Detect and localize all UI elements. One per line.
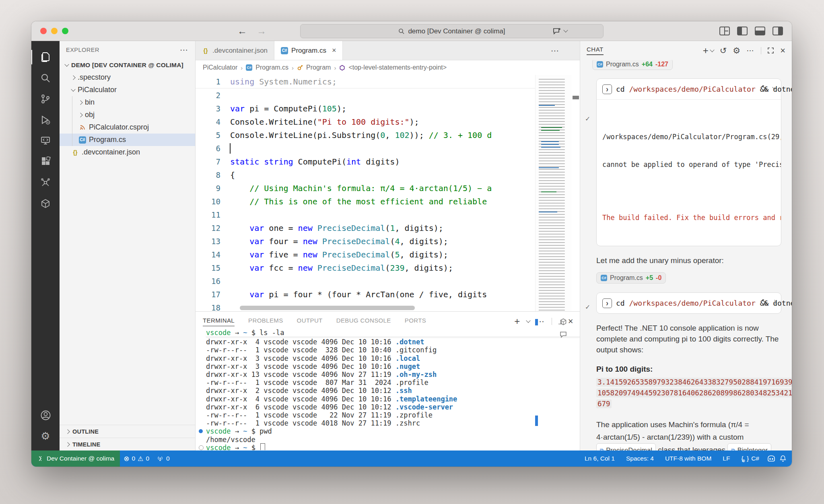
eol-status[interactable]: LF (719, 455, 733, 462)
tree-file-devcontainer[interactable]: {} .devcontainer.json (60, 146, 195, 158)
chat-tab[interactable]: CHAT (587, 46, 604, 55)
class-symbol-icon (297, 65, 303, 71)
settings-gear-icon[interactable]: ⚙ (31, 426, 60, 446)
horizontal-scrollbar[interactable] (240, 306, 415, 310)
explorer-icon[interactable] (31, 47, 60, 68)
encoding-status[interactable]: UTF-8 with BOM (661, 455, 715, 462)
symbol-chip-precisedecimal[interactable]: ⧉PreciseDecimal (596, 443, 656, 451)
terminal-scrollbar[interactable] (535, 319, 538, 426)
radio-tower-icon (157, 456, 164, 461)
code-text: // Using Machin's formula: π/4 = 4·arcta… (220, 183, 492, 193)
extensions-icon[interactable] (31, 151, 60, 172)
terminal-line: drwxr-xr-x 3 vscode vscode 4096 Dec 10 1… (206, 362, 580, 370)
chat-conversation[interactable]: C# Program.cs +64 -127 ❯ cd /workspaces/… (580, 60, 792, 451)
copilot-icon[interactable] (767, 455, 776, 462)
insert-into-terminal-icon[interactable] (761, 84, 768, 91)
problems-status[interactable]: ⊗ 0 ⚠ 0 (120, 455, 153, 463)
breadcrumb-project[interactable]: PiCalculator (203, 64, 237, 71)
warnings-icon: ⚠ (138, 455, 143, 463)
close-panel-icon[interactable]: × (568, 316, 573, 327)
diff-chip-clipped[interactable]: C# Program.cs +64 -127 (592, 60, 673, 70)
line-number: 5 (196, 131, 220, 140)
tree-folder-specstory[interactable]: .specstory (60, 71, 195, 84)
breadcrumb-symbol[interactable]: Program (306, 64, 331, 71)
csharp-file-icon: C# (597, 61, 603, 68)
breadcrumb-separator: › (241, 64, 243, 71)
folder-label: bin (85, 98, 95, 107)
drone-icon[interactable] (31, 172, 60, 193)
timeline-section[interactable]: TIMELINE (60, 438, 195, 451)
code-text: var pi = four * (four * ArcTan(one / fiv… (220, 290, 487, 299)
tree-folder-obj[interactable]: obj (60, 109, 195, 121)
file-tree: DEMO [DEV CONTAINER @ COLIMA] .specstory… (60, 59, 195, 425)
new-terminal-button[interactable]: + (514, 316, 520, 327)
close-tab-icon[interactable]: × (332, 46, 336, 55)
tree-root-folder[interactable]: DEMO [DEV CONTAINER @ COLIMA] (60, 59, 195, 71)
containers-icon[interactable] (31, 193, 60, 214)
minimap[interactable] (535, 75, 572, 311)
customize-layout-button[interactable] (719, 27, 730, 35)
editor-actions-button[interactable]: ⋯ (551, 46, 560, 56)
zoom-window-button[interactable] (62, 28, 68, 34)
editor-scrollbar[interactable] (572, 75, 580, 311)
code-line: 2 (196, 88, 535, 102)
tab-debug-console[interactable]: DEBUG CONSOLE (336, 317, 391, 324)
file-label: Program.cs (89, 136, 126, 144)
insert-into-terminal-icon[interactable] (761, 298, 768, 305)
code-editor[interactable]: 1 using System.Numerics; 2 3 var pi = Co… (196, 75, 580, 311)
expand-chat-icon[interactable] (767, 47, 774, 54)
tab-program-cs[interactable]: C# Program.cs × (274, 41, 343, 60)
tree-file-csproj[interactable]: PiCalculator.csproj (60, 121, 195, 134)
tab-terminal[interactable]: TERMINAL (203, 317, 235, 326)
tree-file-programcs[interactable]: C# Program.cs (60, 134, 195, 146)
bell-icon[interactable] (780, 455, 786, 462)
close-chat-icon[interactable]: × (780, 45, 785, 56)
line-number: 14 (196, 250, 220, 259)
explorer-actions-button[interactable]: ⋯ (180, 45, 189, 55)
outline-section[interactable]: OUTLINE (60, 425, 195, 438)
language-mode[interactable]: {⊗} C# (737, 455, 763, 462)
minimize-window-button[interactable] (51, 28, 58, 34)
terminal-text: drwxr-xr-x 4 vscode vscode 4096 Dec 10 1… (206, 395, 457, 403)
new-chat-button[interactable]: + (703, 45, 714, 56)
chat-more-actions-button[interactable]: ⋯ (746, 46, 755, 55)
tab-problems[interactable]: PROBLEMS (248, 317, 283, 324)
terminal-instance-icon[interactable] (560, 318, 567, 325)
account-icon[interactable] (31, 405, 60, 426)
search-view-icon[interactable] (31, 68, 60, 88)
cursor-position[interactable]: Ln 6, Col 1 (581, 455, 618, 462)
chevron-right-icon (65, 442, 70, 446)
remote-indicator[interactable]: Dev Container @ colima (31, 451, 120, 467)
copilot-chat-button[interactable] (553, 27, 567, 35)
run-debug-icon[interactable] (31, 109, 60, 130)
tree-folder-picalculator[interactable]: PiCalculator (60, 84, 195, 96)
close-window-button[interactable] (40, 28, 47, 34)
remote-explorer-icon[interactable] (31, 130, 60, 151)
breadcrumb-entry-point[interactable]: <top-level-statements-entry-point> (348, 64, 447, 71)
symbol-chip-biginteger[interactable]: ⧉BigInteger (727, 443, 771, 451)
toggle-panel-button[interactable] (755, 27, 765, 35)
diff-chip[interactable]: C# Program.cs +5 -0 (596, 272, 666, 284)
tab-ports[interactable]: PORTS (405, 317, 426, 324)
toggle-sidebar-button[interactable] (737, 27, 748, 35)
ports-status[interactable]: 0 (153, 455, 173, 462)
toggle-secondary-sidebar-button[interactable] (772, 27, 783, 35)
chevron-right-icon[interactable] (772, 300, 777, 304)
tree-folder-bin[interactable]: bin (60, 96, 195, 109)
chat-history-icon[interactable]: ↺ (720, 46, 727, 56)
chevron-down-icon[interactable] (526, 318, 530, 323)
indentation-status[interactable]: Spaces: 4 (622, 455, 657, 462)
tab-output[interactable]: OUTPUT (297, 317, 323, 324)
chat-settings-gear-icon[interactable]: ⚙ (733, 46, 740, 56)
source-control-icon[interactable] (31, 88, 60, 109)
terminal[interactable]: vscode → ~ $ ls -la drwxr-xr-x 4 vscode … (196, 329, 580, 450)
breadcrumb-file[interactable]: Program.cs (255, 64, 288, 71)
forward-arrow-button[interactable]: → (257, 25, 266, 37)
chat-terminal-icon[interactable] (560, 331, 567, 338)
chevron-down-icon[interactable] (772, 85, 777, 89)
code-line: 7 static string ComputePi(int digits) (196, 155, 535, 168)
code-line: 15 var fcc = new PreciseDecimal(239, dig… (196, 261, 535, 274)
back-arrow-button[interactable]: ← (237, 25, 247, 37)
tab-devcontainer-json[interactable]: {} .devcontainer.json (196, 41, 274, 60)
build-output-line: /workspaces/demo/PiCalculator/Program.cs… (602, 133, 781, 141)
